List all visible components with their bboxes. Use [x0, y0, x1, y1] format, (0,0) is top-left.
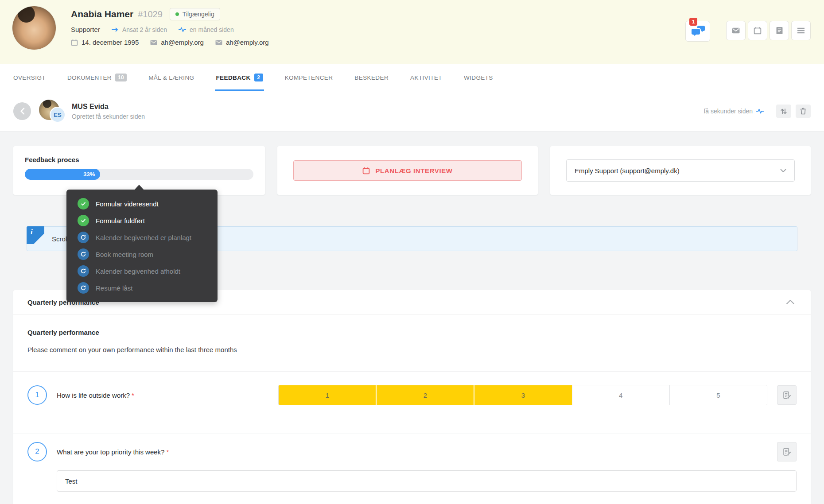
answer-text-input[interactable]	[57, 470, 797, 492]
tab-label: BESKEDER	[354, 74, 389, 81]
email-1: ah@emply.org	[161, 39, 204, 46]
menu-button[interactable]	[791, 21, 811, 40]
tab-label: DOKUMENTER	[67, 74, 112, 81]
profile-role: Supporter	[71, 26, 100, 33]
profile-header: Anabia Hamer #1029 Tilgængelig Supporter…	[0, 0, 824, 64]
tab-kompetencer[interactable]: KOMPETENCER	[285, 64, 333, 91]
feedback-progress-bar[interactable]: 33%	[25, 169, 253, 180]
tab-badge: 10	[115, 74, 127, 81]
chevron-down-icon	[780, 169, 786, 173]
tab-oversigt[interactable]: OVERSIGT	[13, 64, 46, 91]
pulse-icon	[756, 109, 764, 114]
email-meta-1: ah@emply.org	[150, 39, 204, 46]
chat-bubbles-icon	[691, 26, 705, 37]
required-marker: *	[166, 448, 169, 456]
chevron-up-icon	[786, 299, 795, 305]
rating-option-4[interactable]: 4	[572, 385, 669, 405]
rating-option-3[interactable]: 3	[474, 385, 571, 405]
process-step-4: Book meeting room	[66, 246, 218, 263]
collapse-button[interactable]	[784, 298, 797, 306]
sort-button[interactable]	[776, 105, 791, 118]
sync-icon	[78, 282, 89, 294]
profile-avatar	[12, 6, 56, 50]
rating-option-2[interactable]: 2	[376, 385, 474, 405]
trash-icon	[800, 108, 806, 115]
calendar-button[interactable]	[748, 21, 767, 40]
sort-arrows-icon	[781, 108, 787, 115]
sync-icon	[78, 232, 89, 243]
question-number: 2	[27, 442, 47, 461]
step-label: Formular videresendt	[96, 200, 159, 208]
rating-option-1[interactable]: 1	[279, 385, 376, 405]
updated-meta: få sekunder siden	[704, 108, 764, 115]
sync-icon	[78, 265, 89, 277]
check-icon	[78, 215, 89, 226]
calendar-icon	[754, 27, 762, 35]
tab-label: OVERSIGT	[13, 74, 46, 81]
header-button-group	[726, 21, 811, 40]
question-2-header: 2 What are your top priority this week?*	[27, 442, 797, 461]
status-label: Tilgængelig	[183, 11, 214, 18]
tab-maal-laering[interactable]: MÅL & LÆRING	[148, 64, 194, 91]
tab-beskeder[interactable]: BESKEDER	[354, 64, 389, 91]
summary-cards-row: Feedback proces 33% PLANLÆG INTERVIEW Em…	[13, 146, 811, 195]
interview-card: PLANLÆG INTERVIEW	[277, 146, 538, 195]
chevron-left-icon	[20, 108, 25, 115]
notes-button[interactable]	[770, 21, 789, 40]
step-label: Kalender begivenhed afholdt	[96, 268, 180, 275]
process-card-title: Feedback proces	[25, 156, 253, 163]
schedule-interview-button[interactable]: PLANLÆG INTERVIEW	[293, 160, 522, 181]
progress-fill: 33%	[25, 169, 100, 180]
tab-widgets[interactable]: WIDGETS	[464, 64, 493, 91]
calendar-icon	[362, 167, 370, 174]
form-heading: Quarterly performance	[27, 329, 797, 336]
question-text: What are your top priority this week?*	[57, 448, 169, 456]
pulse-icon	[179, 27, 186, 32]
topbar-actions: 1	[685, 6, 811, 42]
record-avatar: ES	[39, 100, 66, 123]
activity-label: en måned siden	[190, 26, 234, 33]
question-text-label: How is life outside work?	[57, 392, 130, 399]
required-marker: *	[132, 392, 134, 399]
updated-label: få sekunder siden	[704, 108, 753, 115]
hired-meta: Ansat 2 år siden	[112, 26, 167, 33]
tooltip-arrow	[134, 185, 144, 190]
step-label: Book meeting room	[96, 251, 153, 258]
rating-option-5[interactable]: 5	[669, 385, 767, 405]
status-dot-icon	[175, 12, 179, 16]
step-label: Kalender begivenhed er planlagt	[96, 234, 191, 241]
tab-dokumenter[interactable]: DOKUMENTER10	[67, 64, 127, 91]
arrow-right-icon	[112, 27, 119, 32]
record-titles: MUS Evida Oprettet få sekunder siden	[72, 103, 145, 120]
tab-feedback[interactable]: FEEDBACK2	[216, 64, 263, 91]
process-steps-tooltip: Formular videresendt Formular fuldført K…	[66, 190, 218, 302]
hired-label: Ansat 2 år siden	[122, 26, 167, 33]
employee-number: #1029	[138, 9, 163, 19]
email-meta-2: ah@emply.org	[215, 39, 269, 46]
back-button[interactable]	[13, 102, 31, 120]
record-subtitle: Oprettet få sekunder siden	[72, 113, 145, 120]
owner-select[interactable]: Emply Support (support@emply.dk)	[566, 159, 795, 182]
question-text: How is life outside work?*	[57, 392, 134, 399]
tab-label: MÅL & LÆRING	[148, 74, 194, 81]
tab-label: FEEDBACK	[216, 74, 250, 81]
question-2: 2 What are your top priority this week?*	[13, 434, 811, 504]
note-button-q1[interactable]	[777, 385, 797, 405]
note-button-q2[interactable]	[777, 442, 797, 461]
process-step-6: Resumé låst	[66, 279, 218, 296]
question-number: 1	[27, 385, 47, 405]
profile-info: Anabia Hamer #1029 Tilgængelig Supporter…	[71, 6, 280, 46]
birthdate-meta: 14. december 1995	[71, 39, 139, 46]
email-button[interactable]	[726, 21, 746, 40]
owner-select-value: Emply Support (support@emply.dk)	[575, 167, 680, 174]
record-title: MUS Evida	[72, 103, 145, 111]
activity-meta: en måned siden	[179, 26, 234, 33]
delete-button[interactable]	[796, 105, 811, 118]
tab-aktivitet[interactable]: AKTIVITET	[410, 64, 442, 91]
process-step-2: Formular fuldført	[66, 212, 218, 229]
birth-date: 14. december 1995	[82, 39, 139, 46]
process-step-3: Kalender begivenhed er planlagt	[66, 229, 218, 246]
messages-button[interactable]: 1	[685, 21, 710, 42]
record-actions: få sekunder siden	[704, 105, 811, 118]
document-icon	[776, 27, 783, 35]
